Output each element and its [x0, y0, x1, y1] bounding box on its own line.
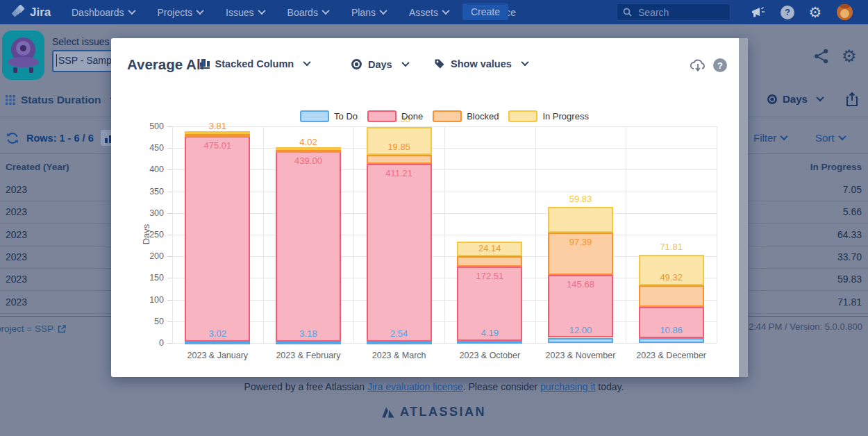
jql-link[interactable]: project = SSP: [0, 324, 66, 334]
data-label-to-do: 3.18: [276, 328, 341, 339]
y-tick-label: 0: [139, 338, 164, 348]
unit-label: Days: [783, 93, 808, 105]
chevron-down-icon: [838, 132, 846, 140]
data-label-blocked: 3.81: [185, 121, 250, 131]
nav-item-dashboards[interactable]: Dashboards: [72, 7, 135, 18]
bar-segment-blocked[interactable]: [185, 134, 250, 137]
nav-item-issues[interactable]: Issues: [226, 7, 264, 18]
nav-help-button[interactable]: ?: [778, 0, 797, 24]
atlassian-wordmark: ATLASSIAN: [400, 405, 486, 419]
nav-item-label: Plans: [351, 7, 376, 18]
gear-icon: ⚙: [842, 47, 857, 65]
share-button[interactable]: [814, 49, 829, 67]
sort-dropdown[interactable]: Sort: [815, 132, 845, 144]
bar-segment-done[interactable]: [185, 136, 250, 342]
license-link[interactable]: Jira evaluation license: [367, 381, 463, 392]
bar-segment-blocked[interactable]: [276, 150, 341, 153]
bar-segment-to-do[interactable]: [367, 342, 432, 344]
x-axis-label: 2023 & October: [444, 351, 535, 360]
bar-segment-in-progress[interactable]: [185, 131, 250, 134]
cell-created-year: 2023: [6, 296, 27, 308]
megaphone-icon: [751, 6, 765, 19]
legend-swatch: [300, 110, 329, 122]
refresh-icon[interactable]: [6, 131, 19, 145]
chevron-down-icon: [196, 6, 203, 14]
search-icon: [623, 8, 632, 17]
legend-item-blocked[interactable]: Blocked: [433, 110, 499, 122]
jira-logo[interactable]: Jira: [11, 0, 51, 24]
data-label-blocked: 24.14: [457, 243, 522, 253]
bar-segment-blocked[interactable]: [367, 155, 432, 163]
view-selector[interactable]: Status Duration: [6, 94, 117, 106]
text-caret: [56, 54, 57, 67]
y-tick-mark: [167, 300, 172, 301]
nav-item-label: Boards: [287, 7, 318, 18]
legend-item-to-do[interactable]: To Do: [300, 110, 358, 122]
jira-brand-text: Jira: [30, 6, 51, 19]
legend-label: Done: [401, 111, 423, 121]
export-icon: [845, 92, 859, 107]
nav-item-boards[interactable]: Boards: [287, 7, 328, 18]
nav-item-assets[interactable]: Assets: [409, 7, 449, 18]
stacked-column-chart: 050100150200250300350400450500Days2023 &…: [111, 38, 739, 377]
bar-segment-done[interactable]: [276, 151, 341, 342]
x-gridline: [172, 126, 173, 343]
nav-item-label: Assets: [409, 7, 438, 18]
data-label-blocked: 4.02: [276, 137, 341, 147]
legend-item-in-progress[interactable]: In Progress: [508, 110, 588, 122]
export-button[interactable]: [845, 92, 859, 110]
chevron-down-icon: [816, 93, 824, 101]
x-axis-label: 2023 & December: [626, 351, 717, 360]
bar-segment-blocked[interactable]: [639, 285, 704, 307]
bar-segment-in-progress[interactable]: [276, 147, 341, 150]
unit-dropdown[interactable]: Days: [767, 93, 823, 105]
nav-item-projects[interactable]: Projects: [158, 7, 203, 18]
y-tick-mark: [167, 169, 172, 170]
legend-label: To Do: [334, 111, 358, 121]
filter-dropdown[interactable]: Filter: [753, 132, 787, 144]
search-box[interactable]: [617, 3, 731, 21]
bar-segment-blocked[interactable]: [457, 256, 522, 267]
view-title: Status Duration: [21, 94, 101, 106]
nav-settings-button[interactable]: ⚙: [806, 0, 825, 24]
atlassian-logo-icon: [382, 407, 394, 418]
grid-icon: [6, 95, 15, 105]
page-settings-button[interactable]: ⚙: [842, 47, 857, 66]
create-button[interactable]: Create: [462, 3, 508, 20]
modal-scrollbar[interactable]: [739, 38, 748, 377]
data-label-blocked: 97.39: [548, 237, 613, 247]
help-icon: ?: [781, 6, 794, 19]
legend-swatch: [367, 110, 397, 122]
project-input-value: SSP - Sample: [58, 55, 119, 66]
announcements-icon[interactable]: [749, 0, 768, 24]
nav-item-plans[interactable]: Plans: [351, 7, 386, 18]
jql-link-text: project = SSP: [0, 324, 53, 334]
x-gridline: [535, 126, 536, 343]
footer-text: today.: [595, 381, 624, 392]
data-label-done: 411.21: [367, 168, 432, 178]
legend-item-done[interactable]: Done: [367, 110, 423, 122]
bar-segment-to-do[interactable]: [639, 338, 704, 343]
footer-text: . Please consider: [463, 381, 540, 392]
bar-segment-to-do[interactable]: [457, 341, 522, 344]
search-input[interactable]: [637, 6, 716, 19]
data-label-to-do: 3.02: [185, 328, 250, 339]
table-header-in-progress: In Progress: [810, 162, 862, 172]
bar-segment-to-do[interactable]: [185, 342, 250, 344]
data-label-blocked: 49.32: [639, 272, 704, 283]
status-time-app-icon: [2, 31, 44, 80]
bar-segment-done[interactable]: [367, 164, 432, 342]
cell-in-progress: 33.70: [837, 251, 862, 262]
purchase-link[interactable]: purchasing it: [540, 381, 595, 392]
rows-toolbar: Rows: 1 - 6 / 6: [6, 130, 119, 146]
x-gridline: [353, 126, 354, 343]
user-avatar[interactable]: [835, 0, 854, 24]
y-tick-label: 200: [139, 251, 164, 261]
bar-segment-to-do[interactable]: [276, 342, 341, 344]
license-footer: Powered by a free Atlassian Jira evaluat…: [0, 381, 868, 392]
bar-segment-to-do[interactable]: [548, 338, 613, 343]
nav-item-label: Dashboards: [72, 7, 124, 18]
bar-segment-in-progress[interactable]: [548, 207, 613, 233]
y-tick-mark: [167, 278, 172, 278]
data-label-to-do: 10.86: [639, 325, 704, 335]
